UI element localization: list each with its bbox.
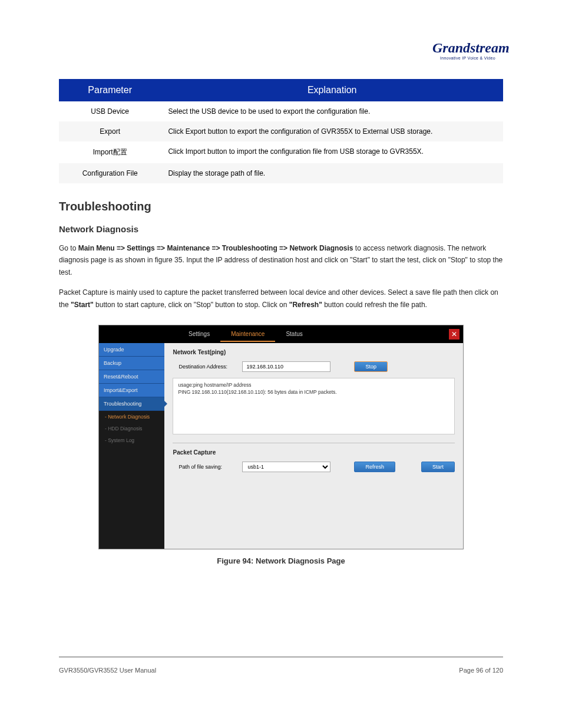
- text: "Start": [71, 301, 94, 309]
- divider: [173, 443, 455, 443]
- sidebar: Upgrade Backup Reset&Reboot Import&Expor…: [99, 343, 164, 549]
- logo-text: Grandstream: [432, 40, 503, 56]
- subsection-heading: Network Diagnosis: [59, 224, 503, 234]
- footer-divider: [59, 657, 503, 657]
- figure-caption: Figure 94: Network Diagnosis Page: [59, 556, 503, 565]
- sidebar-sub-system-log[interactable]: - System Log: [99, 434, 164, 446]
- table-row: Import配置: [59, 141, 161, 163]
- th-explanation: Explanation: [161, 79, 503, 101]
- paragraph: Go to Main Menu => Settings => Maintenan…: [59, 242, 503, 278]
- ui-figure: Settings Maintenance Status ✕ Upgrade Ba…: [98, 325, 464, 549]
- label-file-path: Path of file saving:: [173, 464, 236, 470]
- panel-title-packet-capture: Packet Capture: [173, 449, 455, 456]
- sidebar-item-backup[interactable]: Backup: [99, 357, 164, 370]
- window-titlebar: Settings Maintenance Status ✕: [99, 325, 463, 343]
- sidebar-item-import-export[interactable]: Import&Export: [99, 384, 164, 397]
- table-row: Configuration File: [59, 163, 161, 183]
- parameter-table: Parameter Explanation USB Device Select …: [59, 79, 503, 183]
- tab-maintenance[interactable]: Maintenance: [220, 326, 275, 342]
- table-row: Export: [59, 121, 161, 141]
- label-destination-address: Destination Address:: [173, 364, 236, 370]
- tab-status[interactable]: Status: [275, 326, 313, 342]
- table-row: Select the USB device to be used to expo…: [161, 101, 503, 121]
- footer-title: GVR3550/GVR3552 User Manual: [59, 667, 156, 674]
- stop-button[interactable]: Stop: [354, 361, 388, 372]
- text: button could refresh the file path.: [322, 301, 427, 309]
- destination-address-input[interactable]: [242, 361, 330, 372]
- sidebar-item-reset-reboot[interactable]: Reset&Reboot: [99, 370, 164, 384]
- th-parameter: Parameter: [59, 79, 161, 101]
- footer-page: Page 96 of 120: [459, 667, 503, 674]
- brand-logo: Grandstream Innovative IP Voice & Video: [59, 0, 503, 72]
- section-heading: Troubleshooting: [59, 200, 503, 213]
- ping-output: usage:ping hostname/IP address PING 192.…: [173, 378, 455, 434]
- panel-title-network-test: Network Test(ping): [173, 349, 455, 355]
- page-footer: GVR3550/GVR3552 User Manual Page 96 of 1…: [59, 667, 503, 674]
- table-row: USB Device: [59, 101, 161, 121]
- table-row: Click Export button to export the config…: [161, 121, 503, 141]
- logo-tagline: Innovative IP Voice & Video: [432, 56, 503, 60]
- sidebar-sub-network-diagnosis[interactable]: - Network Diagnosis: [99, 411, 164, 423]
- refresh-button[interactable]: Refresh: [354, 462, 395, 472]
- main-panel: Network Test(ping) Destination Address: …: [164, 343, 463, 549]
- nav-path: Main Menu => Settings => Maintenance => …: [78, 244, 353, 252]
- close-icon[interactable]: ✕: [449, 329, 459, 340]
- sidebar-item-upgrade[interactable]: Upgrade: [99, 343, 164, 357]
- file-path-select[interactable]: usb1-1: [242, 462, 330, 472]
- text: Go to: [59, 244, 78, 252]
- start-button[interactable]: Start: [421, 462, 455, 472]
- sidebar-item-troubleshooting[interactable]: Troubleshooting: [99, 397, 164, 411]
- table-row: Display the storage path of file.: [161, 163, 503, 183]
- text: button to start capture, click on "Stop"…: [94, 301, 289, 309]
- sidebar-sub-hdd-diagnosis[interactable]: - HDD Diagnosis: [99, 423, 164, 434]
- table-row: Click Import button to import the config…: [161, 141, 503, 163]
- tab-settings[interactable]: Settings: [178, 326, 220, 342]
- text: "Refresh": [289, 301, 322, 309]
- paragraph: Packet Capture is mainly used to capture…: [59, 286, 503, 311]
